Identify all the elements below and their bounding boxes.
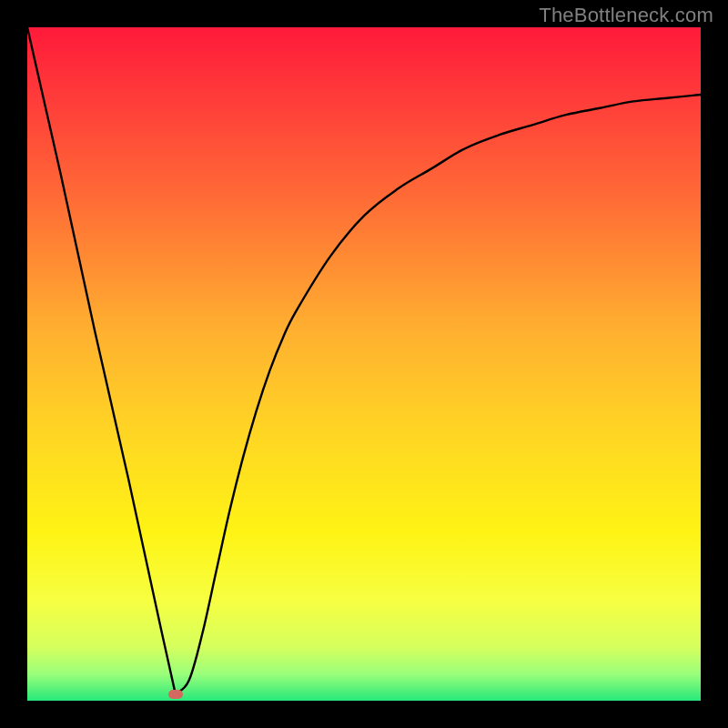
attribution-text: TheBottleneck.com	[539, 4, 713, 27]
chart-frame: TheBottleneck.com	[0, 0, 728, 728]
plot-area	[27, 27, 701, 701]
curve-path	[27, 27, 701, 694]
optimal-marker	[168, 690, 183, 699]
bottleneck-curve	[27, 27, 701, 701]
